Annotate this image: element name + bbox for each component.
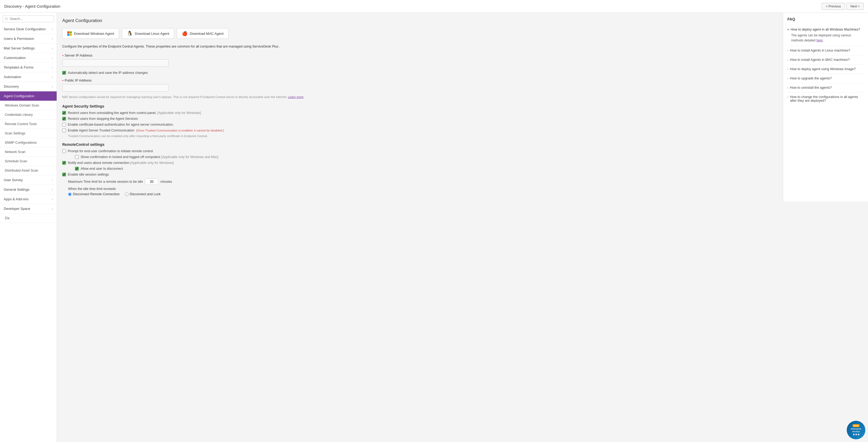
security-checkbox-0[interactable] (62, 111, 66, 115)
idle-unit: minutes (160, 180, 172, 183)
sidebar-item-label: Distributed Asset Scan (5, 169, 38, 172)
remote-checkbox-1[interactable] (75, 155, 79, 159)
content-inner: Agent Configuration (57, 13, 868, 201)
remote-checkbox-0[interactable] (62, 149, 66, 153)
required-dot-2: • (62, 78, 64, 82)
agent-security-title: Agent Security Settings (62, 104, 778, 108)
remote-checkbox-4[interactable] (62, 173, 66, 176)
public-ip-input[interactable] (62, 84, 168, 92)
remote-checkbox-3[interactable] (75, 167, 79, 171)
badge-text: EnterpriseService (851, 428, 861, 433)
sidebar-item-users-permission[interactable]: Users & Permission› (0, 34, 57, 43)
remote-check-1: Show confirmation in locked and logged o… (75, 155, 778, 159)
faq-item-1: ›How to install Agents in Linux machines… (787, 46, 864, 55)
prev-button[interactable]: < Previous (822, 3, 845, 10)
download-mac-button[interactable]: 🍎 Download MAC Agent (177, 28, 228, 39)
sidebar-item-discovery[interactable]: Discovery› (0, 82, 57, 91)
sidebar-item-distributed-scan[interactable]: Distributed Asset Scan (0, 166, 57, 175)
security-checkbox-3[interactable] (62, 129, 66, 132)
nav-buttons: < Previous Next > (822, 3, 864, 10)
sidebar-item-apps-addons[interactable]: Apps & Add-ons› (0, 195, 57, 204)
sidebar-item-general-settings[interactable]: General Settings› (0, 185, 57, 195)
sidebar-item-label: Discovery (4, 84, 19, 89)
faq-panel: FAQ ▾How to deploy agent in all Windows … (783, 13, 868, 201)
sidebar-item-windows-domain[interactable]: Windows Domain Scan (0, 101, 57, 110)
sidebar-item-label: Mail Server Settings (4, 46, 35, 50)
faq-question-text-4: How to upgrade the agents? (790, 76, 832, 80)
panel-heading: Agent Configuration (62, 18, 778, 23)
sidebar-item-label: Agent Configuration (4, 94, 34, 98)
faq-question-3[interactable]: ›How to deploy agent using Windows Image… (787, 67, 864, 71)
download-linux-button[interactable]: 🐧 Download Linux Agent (122, 28, 174, 39)
sidebar-item-mail-server[interactable]: Mail Server Settings› (0, 43, 57, 53)
next-button[interactable]: Next > (846, 3, 864, 10)
main-layout: Service Desk Configuration›Users & Permi… (0, 13, 868, 442)
security-checkbox-1[interactable] (62, 117, 66, 121)
idle-value-input[interactable] (145, 178, 158, 185)
auto-detect-checkbox[interactable] (62, 71, 66, 75)
sidebar-item-zia[interactable]: Zia (0, 213, 57, 223)
sidebar-item-credentials-library[interactable]: Credentials Library (0, 110, 57, 120)
faq-item-0: ▾How to deploy agent in all Windows Mach… (787, 25, 864, 46)
sidebar-search-container (0, 13, 57, 25)
faq-question-6[interactable]: ›How to change the configurations in all… (787, 95, 864, 103)
page-title: Discovery - Agent Configuration (4, 4, 60, 8)
chevron-icon: › (52, 75, 53, 79)
idle-exceeded-label: When the idle time limit exceeds (68, 187, 778, 191)
sidebar-item-agent-config[interactable]: Agent Configuration (0, 91, 57, 101)
faq-question-2[interactable]: ›How to install Agents in MAC machines? (787, 58, 864, 62)
auto-detect-row: Automatically detect and save the IP add… (62, 71, 778, 75)
faq-item-3: ›How to deploy agent using Windows Image… (787, 65, 864, 74)
faq-chevron-6: › (787, 95, 788, 99)
server-ip-input[interactable] (62, 59, 168, 67)
idle-radio-2[interactable] (125, 193, 128, 196)
chevron-icon: › (52, 207, 53, 210)
faq-item-5: ›How to uninstall the agents? (787, 83, 864, 93)
sidebar-item-schedule-scan[interactable]: Schedule Scan (0, 157, 57, 166)
security-check-2: Enable certificate-based authentication … (62, 123, 778, 127)
learn-more-link[interactable]: Learn more (288, 95, 304, 99)
sidebar-item-network-scan[interactable]: Network Scan (0, 147, 57, 157)
faq-question-text-6: How to change the configurations in all … (790, 95, 864, 103)
faq-question-text-0: How to deploy agent in all Windows Machi… (790, 28, 860, 31)
sidebar-item-label: Templates & Forms (4, 65, 33, 69)
sidebar-item-remote-control[interactable]: Remote Control Tools (0, 120, 57, 129)
windows-icon (67, 31, 72, 36)
remote-checkbox-2[interactable] (62, 161, 66, 165)
remote-check-0: Prompt for end-user confirmation to init… (62, 149, 778, 153)
faq-question-4[interactable]: ›How to upgrade the agents? (787, 76, 864, 80)
search-input[interactable] (3, 15, 54, 22)
sidebar-item-templates-forms[interactable]: Templates & Forms› (0, 63, 57, 72)
idle-label: Maximum Time limit for a remote session … (68, 180, 143, 183)
sidebar-item-scan-settings[interactable]: Scan Settings (0, 129, 57, 138)
security-checkbox-2[interactable] (62, 123, 66, 127)
faq-question-5[interactable]: ›How to uninstall the agents? (787, 86, 864, 90)
idle-option1-label: Disconnect Remote Connection (68, 192, 120, 196)
sidebar-item-automation[interactable]: Automation› (0, 72, 57, 82)
faq-link[interactable]: here (816, 38, 823, 42)
faq-question-1[interactable]: ›How to install Agents in Linux machines… (787, 48, 864, 52)
sidebar-item-user-survey[interactable]: User Survey› (0, 175, 57, 185)
chevron-icon: › (52, 28, 53, 31)
badge-new-label: NEW (852, 424, 860, 427)
sidebar-item-customization[interactable]: Customization› (0, 53, 57, 63)
sidebar-item-developer-space[interactable]: Developer Space› (0, 204, 57, 213)
badge-stars: ★★★ (852, 433, 860, 436)
faq-item-2: ›How to install Agents in MAC machines? (787, 55, 864, 65)
download-buttons-row: Download Windows Agent 🐧 Download Linux … (62, 28, 778, 39)
sidebar-item-snmp-config[interactable]: SNMP Configurations (0, 138, 57, 147)
linux-icon: 🐧 (127, 31, 133, 36)
sidebar-item-label: Apps & Add-ons (4, 197, 28, 201)
download-windows-label: Download Windows Agent (74, 32, 114, 36)
sidebar-item-label: SNMP Configurations (5, 141, 37, 144)
idle-radio-1[interactable] (68, 193, 71, 196)
sidebar-item-label: Users & Permission (4, 37, 34, 41)
chevron-icon: › (52, 66, 53, 69)
faq-title: FAQ (787, 17, 864, 21)
faq-question-0[interactable]: ▾How to deploy agent in all Windows Mach… (787, 28, 864, 31)
faq-item-4: ›How to upgrade the agents? (787, 74, 864, 83)
download-windows-button[interactable]: Download Windows Agent (62, 28, 119, 39)
sidebar-item-service-desk[interactable]: Service Desk Configuration› (0, 25, 57, 34)
sidebar: Service Desk Configuration›Users & Permi… (0, 13, 57, 442)
remote-check-3: Allow end user to disconnect (75, 167, 778, 171)
